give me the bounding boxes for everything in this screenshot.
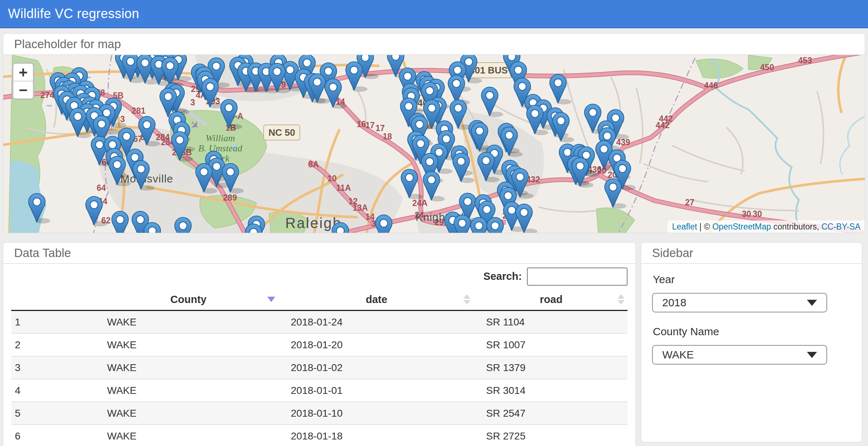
table-cell: 2018-01-24 (279, 316, 474, 328)
table-cell: SR 1104 (474, 316, 628, 328)
map-zoom-control: + − (12, 62, 34, 100)
map-marker-pin[interactable] (471, 218, 487, 233)
road-label: 10 (327, 174, 337, 183)
road-shield-label: NC 50 (268, 127, 295, 138)
year-label: Year (653, 273, 851, 286)
table-cell: SR 2725 (474, 430, 628, 442)
sidebar-title: Sidebar (641, 243, 862, 264)
road-label: 18 (383, 132, 392, 141)
map-card: Placeholder for map (3, 33, 865, 233)
column-header-county[interactable]: County (98, 289, 279, 310)
map-card-title: Placeholder for map (3, 34, 865, 55)
attribution-text: contributors, (771, 222, 821, 231)
road-label: 3 (120, 114, 125, 124)
search-input[interactable] (527, 268, 627, 286)
chevron-down-icon (807, 352, 817, 358)
table-cell: SR 1379 (474, 362, 628, 374)
map-marker-pin[interactable] (454, 215, 471, 233)
road-label: 30 (742, 209, 751, 219)
osm-link[interactable]: OpenStreetMap (712, 222, 771, 231)
sort-both-icon (617, 294, 625, 304)
road-label: 274 (41, 91, 55, 100)
road-label: 281 (132, 106, 146, 115)
park-label: B. Umstead (198, 143, 242, 153)
table-row[interactable]: 1WAKE2018-01-24SR 1104 (11, 311, 627, 334)
road-label: 450 (760, 63, 774, 72)
chevron-down-icon (807, 300, 817, 306)
map-attribution: Leaflet | © OpenStreetMap contributors, … (668, 220, 865, 233)
road-label: 442 (656, 121, 669, 130)
county-name-label: County Name (653, 325, 851, 338)
table-cell: WAKE (98, 362, 279, 374)
table-cell: 2 (11, 339, 98, 351)
table-header-row: County date road (11, 289, 627, 311)
road-label: 453 (798, 56, 812, 65)
table-cell: WAKE (98, 408, 279, 419)
zoom-in-button[interactable]: + (13, 64, 33, 81)
map-canvas[interactable]: ✈ NC 50401 BUS401 2742762785B5A281367696… (3, 55, 865, 233)
road-label: 17 (365, 121, 375, 130)
table-cell: WAKE (98, 316, 279, 328)
year-select[interactable]: 2018 (652, 293, 827, 312)
road-label: 289 (223, 193, 237, 202)
attribution-text: | © (697, 222, 712, 231)
search-label: Search: (484, 270, 522, 282)
table-cell: 2018-01-01 (279, 385, 474, 396)
page-title: Wildlife VC regression (8, 6, 139, 21)
table-cell: WAKE (98, 430, 279, 442)
table-cell: 2018-01-10 (279, 408, 474, 419)
leaflet-link[interactable]: Leaflet (672, 222, 697, 231)
table-card-title: Data Table (3, 243, 635, 264)
license-link[interactable]: CC-BY-SA (821, 222, 860, 231)
column-header-road[interactable]: road (474, 289, 628, 310)
table-row[interactable]: 6WAKE2018-01-18SR 2725 (11, 425, 627, 446)
column-header-rownum (11, 289, 98, 310)
county-select-value: WAKE (662, 349, 694, 361)
table-cell: SR 3014 (474, 385, 628, 396)
table-cell: 6 (11, 430, 98, 442)
table-cell: SR 1007 (474, 339, 628, 351)
map-marker-pin[interactable] (375, 215, 392, 233)
table-cell: WAKE (98, 339, 279, 351)
table-cell: 2018-01-18 (279, 430, 474, 442)
road-label: 27 (685, 198, 694, 207)
park-label: William (206, 133, 235, 143)
table-cell: 1 (11, 316, 98, 328)
table-row[interactable]: 5WAKE2018-01-10SR 2547 (11, 402, 627, 425)
map-marker-pin[interactable] (487, 218, 503, 233)
road-label: 16 (357, 119, 366, 129)
county-select[interactable]: WAKE (652, 345, 827, 365)
table-body: 1WAKE2018-01-24SR 11042WAKE2018-01-20SR … (11, 311, 627, 446)
table-cell: 2018-01-02 (279, 362, 474, 374)
road-label: 64 (97, 183, 106, 193)
table-row[interactable]: 2WAKE2018-01-20SR 1007 (11, 334, 627, 357)
sort-both-icon (463, 294, 471, 304)
road-label: 3 (191, 98, 195, 107)
road-label: 8A (308, 160, 319, 169)
map-marker-pin[interactable] (175, 218, 191, 233)
app-header: Wildlife VC regression (0, 0, 868, 28)
table-row[interactable]: 4WAKE2018-01-01SR 3014 (11, 379, 627, 402)
table-search-row: Search: (11, 264, 627, 289)
sidebar-card: Sidebar Year 2018 County Name WAKE (641, 242, 862, 442)
column-header-date[interactable]: date (279, 289, 474, 310)
road-label: 446 (704, 81, 718, 90)
road-label: 13A (353, 203, 368, 213)
year-select-value: 2018 (662, 296, 686, 309)
table-row[interactable]: 3WAKE2018-01-02SR 1379 (11, 357, 627, 379)
leaflet-map[interactable]: ✈ NC 50401 BUS401 2742762785B5A281367696… (3, 55, 865, 233)
road-label: 30 (753, 209, 762, 219)
zoom-out-button[interactable]: − (13, 81, 33, 98)
road-label: 11A (336, 183, 351, 193)
sort-desc-icon (267, 297, 275, 302)
road-label: 24A (412, 198, 427, 208)
table-cell: 2018-01-20 (279, 339, 474, 351)
table-cell: SR 2547 (474, 408, 628, 419)
table-cell: WAKE (98, 385, 279, 396)
table-cell: 4 (11, 385, 98, 396)
table-cell: 3 (11, 362, 98, 374)
data-table-card: Data Table Search: County date road (3, 242, 636, 446)
table-cell: 5 (11, 408, 98, 419)
